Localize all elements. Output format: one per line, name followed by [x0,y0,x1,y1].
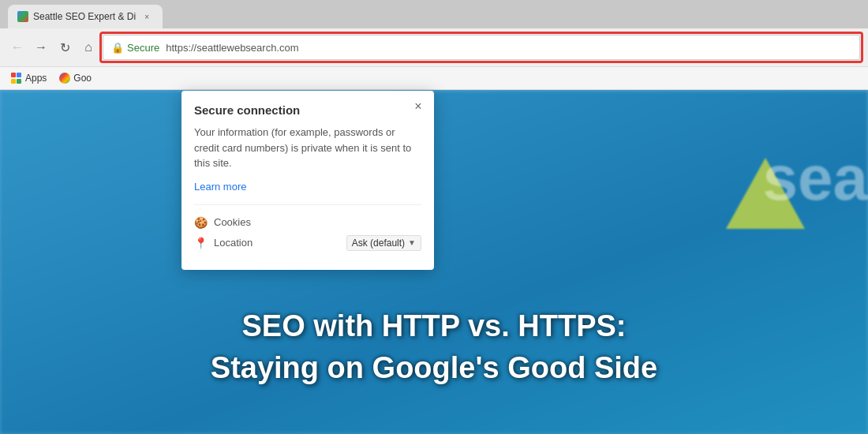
forward-button[interactable]: → [32,38,51,57]
dropdown-arrow-icon: ▼ [408,238,416,247]
site-info-popup: × Secure connection Your information (fo… [181,91,434,270]
location-value: Ask (default) [352,238,405,249]
lock-icon: 🔒 [111,42,124,54]
url-text: https://seattlewebsearch.com [166,42,298,54]
bookmark-apps[interactable]: Apps [8,71,50,85]
cookies-label: Cookies [214,216,421,228]
home-button[interactable]: ⌂ [79,38,98,57]
address-bar[interactable]: 🔒 Secure https://seattlewebsearch.com [103,35,860,60]
cookies-icon: 🍪 [194,216,208,229]
bg-sea-text: sea [763,142,868,215]
google-favicon [59,73,70,84]
learn-more-link[interactable]: Learn more [194,181,246,193]
browser-chrome: Seattle SEO Expert & Di × ← → ↻ ⌂ 🔒 Secu… [0,0,868,114]
secure-badge: 🔒 Secure [111,42,159,54]
apps-grid-icon [11,73,22,84]
browser-tab[interactable]: Seattle SEO Expert & Di × [8,5,163,28]
navigation-bar: ← → ↻ ⌂ 🔒 Secure https://seattlewebsearc… [0,28,868,66]
secure-label: Secure [127,42,159,54]
reload-button[interactable]: ↻ [55,38,74,57]
cookies-row: 🍪 Cookies [194,216,421,229]
popup-permissions-section: 🍪 Cookies 📍 Location Ask (default) ▼ [194,204,421,251]
tab-bar: Seattle SEO Expert & Di × [0,0,868,28]
headline-line1: SEO with HTTP vs. HTTPS: [0,309,868,345]
popup-close-button[interactable]: × [410,99,426,114]
tab-favicon [17,11,28,22]
headline-line2: Staying on Google's Good Side [0,350,868,387]
location-label: Location [214,237,340,249]
tab-title: Seattle SEO Expert & Di [33,11,136,22]
apps-label: Apps [25,73,47,84]
back-button[interactable]: ← [8,38,27,57]
address-bar-wrapper: 🔒 Secure https://seattlewebsearch.com [103,35,860,60]
article-headline: SEO with HTTP vs. HTTPS: Staying on Goog… [0,309,868,387]
google-label: Goo [73,73,92,84]
popup-title: Secure connection [194,103,421,117]
bookmark-bar: Apps Goo [0,66,868,90]
location-row: 📍 Location Ask (default) ▼ [194,235,421,251]
location-pin-icon: 📍 [194,237,208,249]
location-dropdown[interactable]: Ask (default) ▼ [346,235,421,251]
tab-close-button[interactable]: × [140,10,153,23]
popup-body: Your information (for example, passwords… [194,125,421,171]
bookmark-google[interactable]: Goo [56,71,95,85]
